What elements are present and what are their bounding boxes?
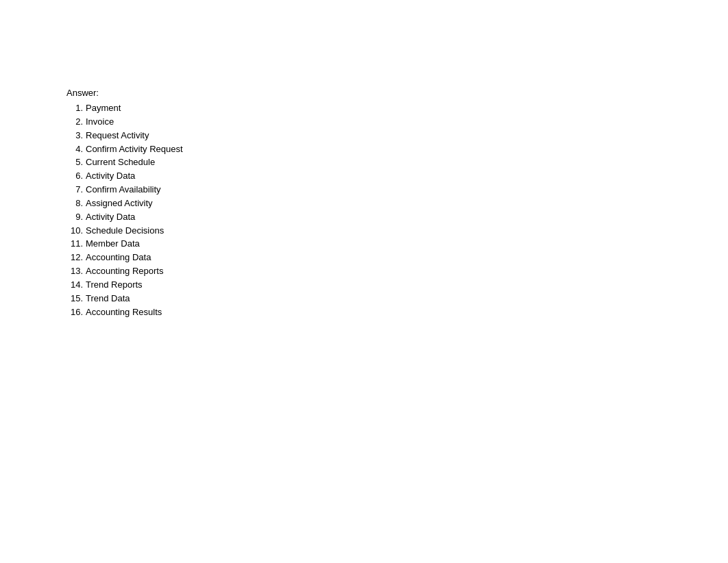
item-text: Confirm Availability (86, 184, 161, 197)
item-number: 14. (66, 279, 86, 292)
answer-label: Answer: (66, 88, 183, 98)
item-text: Member Data (86, 238, 140, 251)
item-text: Invoice (86, 116, 114, 129)
item-text: Activity Data (86, 170, 135, 183)
list-item: 12.Accounting Data (66, 251, 183, 264)
list-item: 16.Accounting Results (66, 306, 183, 319)
item-number: 5. (66, 156, 86, 169)
item-text: Activity Data (86, 211, 135, 224)
list-item: 6.Activity Data (66, 170, 183, 183)
item-text: Accounting Results (86, 306, 162, 319)
item-text: Accounting Data (86, 251, 151, 264)
list-item: 5.Current Schedule (66, 156, 183, 169)
list-item: 7.Confirm Availability (66, 184, 183, 197)
item-number: 2. (66, 116, 86, 129)
list-item: 1.Payment (66, 102, 183, 115)
answer-section: Answer: 1.Payment2.Invoice3.Request Acti… (66, 88, 183, 320)
list-item: 9.Activity Data (66, 211, 183, 224)
answer-list: 1.Payment2.Invoice3.Request Activity4.Co… (66, 102, 183, 319)
list-item: 11.Member Data (66, 238, 183, 251)
item-text: Payment (86, 102, 121, 115)
list-item: 2.Invoice (66, 116, 183, 129)
item-number: 12. (66, 251, 86, 264)
item-number: 1. (66, 102, 86, 115)
item-number: 16. (66, 306, 86, 319)
item-text: Current Schedule (86, 156, 155, 169)
list-item: 13.Accounting Reports (66, 265, 183, 278)
item-number: 15. (66, 292, 86, 305)
list-item: 14.Trend Reports (66, 279, 183, 292)
item-number: 3. (66, 129, 86, 142)
list-item: 3.Request Activity (66, 129, 183, 142)
list-item: 10.Schedule Decisions (66, 225, 183, 238)
item-text: Trend Data (86, 292, 130, 305)
list-item: 15.Trend Data (66, 292, 183, 305)
item-number: 4. (66, 143, 86, 156)
item-text: Request Activity (86, 129, 149, 142)
item-text: Trend Reports (86, 279, 143, 292)
item-number: 9. (66, 211, 86, 224)
item-number: 6. (66, 170, 86, 183)
item-number: 11. (66, 238, 86, 251)
item-number: 7. (66, 184, 86, 197)
item-number: 10. (66, 225, 86, 238)
item-text: Schedule Decisions (86, 225, 164, 238)
list-item: 4.Confirm Activity Request (66, 143, 183, 156)
item-number: 8. (66, 197, 86, 210)
item-text: Confirm Activity Request (86, 143, 183, 156)
item-text: Accounting Reports (86, 265, 163, 278)
item-number: 13. (66, 265, 86, 278)
list-item: 8.Assigned Activity (66, 197, 183, 210)
item-text: Assigned Activity (86, 197, 153, 210)
